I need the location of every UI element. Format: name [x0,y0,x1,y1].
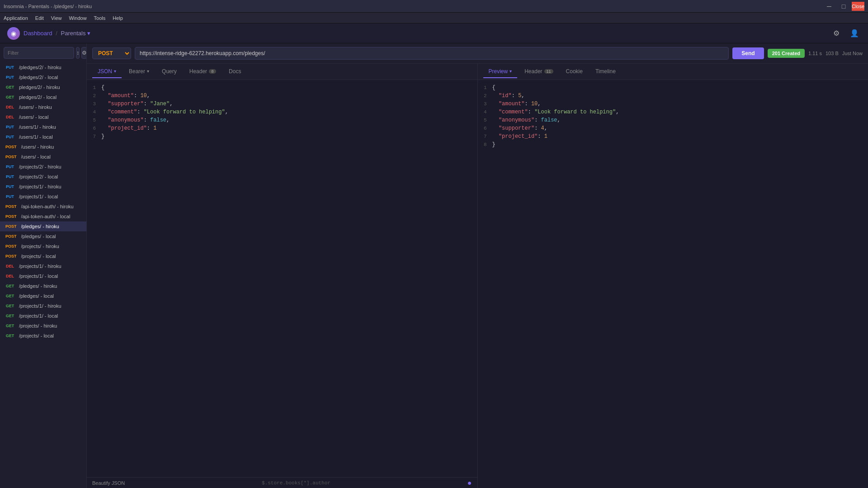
menu-tools[interactable]: Tools [94,15,106,21]
sidebar-item[interactable]: POST /projects/ - hiroku [0,241,86,251]
settings-button[interactable]: ⚙ [830,27,843,40]
sidebar-item-label: /pledges/ - local [19,293,54,299]
right-panel: POST GET PUT DELETE Send 201 Created 1.1… [87,43,868,488]
sidebar-item[interactable]: GET /projects/ - local [0,331,86,341]
jq-filter-hint: $.store.books[*].author [262,480,330,486]
filter-input[interactable] [4,47,74,59]
tab-cookie[interactable]: Cookie [561,66,588,78]
sidebar-item-label: /users/ - hiroku [21,144,54,150]
method-badge: GET [4,333,16,338]
method-badge: PUT [4,65,16,70]
menu-view[interactable]: View [51,15,62,21]
breadcrumb-chevron[interactable]: ▾ [87,30,90,37]
url-input[interactable] [135,47,729,60]
sidebar-item[interactable]: POST /api-token-auth/ - local [0,211,86,221]
resp-line-6: 6 "supporter": 4, [478,124,868,132]
beautify-button[interactable]: Beautify JSON [92,480,125,486]
response-tabs: Preview ▾ Header 11 Cookie Timeline [478,64,868,80]
maximize-button[interactable]: □ [837,2,850,11]
resp-line-8: 8 } [478,141,868,149]
app-header: ◉ Dashboard / Parentals ▾ ⚙ 👤 [0,23,868,43]
minimize-button[interactable]: ─ [823,2,835,11]
resp-line-2: 2 "id": 5, [478,92,868,100]
sidebar-item[interactable]: DEL /users/ - hiroku [0,102,86,112]
method-badge: PUT [4,164,16,169]
response-time: 1.11 s [808,51,822,56]
sidebar-item-label: /pledges/2/ - local [19,75,58,80]
sidebar-item[interactable]: DEL /projects/1/ - hiroku [0,261,86,271]
sidebar-item[interactable]: GET /projects/1/ - hiroku [0,301,86,311]
menu-window[interactable]: Window [69,15,86,21]
dashboard-link[interactable]: Dashboard [24,30,52,37]
request-tabs: JSON ▾ Bearer ▾ Query Header 8 [87,64,477,80]
menu-help[interactable]: Help [113,15,123,21]
content-area: JSON ▾ Bearer ▾ Query Header 8 [87,64,868,488]
menu-edit[interactable]: Edit [35,15,44,21]
method-badge: GET [4,323,16,328]
tab-json[interactable]: JSON ▾ [92,66,122,78]
request-body-editor[interactable]: 1 { 2 "amount": 10, 3 "supporter": "Jane… [87,80,477,477]
sidebar-item[interactable]: GET /pledges/ - hiroku [0,281,86,291]
sidebar-item-label: /users/ - local [19,114,48,120]
sidebar-item-label: /projects/1/ - local [19,273,58,279]
tab-bearer[interactable]: Bearer ▾ [123,66,155,78]
sidebar-item-label: /pledges/2/ - hiroku [19,65,61,70]
filter-options-button[interactable]: ⚙ [81,47,87,59]
logo-char: ◉ [11,30,16,37]
sidebar-item[interactable]: DEL /projects/1/ - local [0,271,86,281]
resp-line-7: 7 "project_id": 1 [478,132,868,141]
sidebar-item[interactable]: PUT /users/1/ - hiroku [0,122,86,132]
tab-docs[interactable]: Docs [223,66,246,78]
sidebar-item[interactable]: PUT /projects/2/ - local [0,172,86,182]
response-body-viewer: 1 { 2 "id": 5, 3 "amount": 10, 4 "commen… [478,80,868,488]
sidebar-item-label: /api-token-auth/ - local [21,214,71,219]
timestamp: Just Now [842,51,863,56]
sidebar-item[interactable]: POST /pledges/ - hiroku [0,221,86,231]
sidebar-item[interactable]: GET pledges/2/ - hiroku [0,82,86,92]
sidebar-item-label: /projects/ - local [19,333,54,338]
tab-header[interactable]: Header 8 [184,66,222,78]
code-line-6: 6 "project_id": 1 [87,124,477,132]
user-button[interactable]: 👤 [848,27,861,40]
send-button[interactable]: Send [732,47,764,59]
tab-preview[interactable]: Preview ▾ [483,66,518,78]
tab-timeline[interactable]: Timeline [590,66,621,78]
code-line-2: 2 "amount": 10, [87,92,477,100]
sidebar-item-label: /projects/2/ - local [19,174,58,179]
sidebar-item[interactable]: PUT /pledges/2/ - local [0,72,86,82]
sidebar-item[interactable]: GET /projects/ - hiroku [0,321,86,331]
menu-application[interactable]: Application [4,15,28,21]
menu-bar: Application Edit View Window Tools Help [0,13,868,23]
breadcrumb-separator: / [56,30,57,37]
sidebar-item[interactable]: DEL /users/ - local [0,112,86,122]
sidebar-item-label: /users/1/ - hiroku [19,124,56,130]
sidebar-item[interactable]: POST /users/ - local [0,152,86,162]
sidebar-item[interactable]: POST /projects/ - local [0,251,86,261]
method-badge: GET [4,283,16,289]
filter-sort-button[interactable]: ↕ [76,47,80,59]
sidebar-item[interactable]: POST /users/ - hiroku [0,142,86,152]
tab-response-header[interactable]: Header 11 [519,66,558,78]
sidebar-item[interactable]: POST /pledges/ - local [0,231,86,241]
close-button[interactable]: Close [852,2,864,11]
method-badge: POST [4,234,19,239]
method-select[interactable]: POST GET PUT DELETE [92,47,131,59]
sidebar-item[interactable]: GET /projects/1/ - local [0,311,86,321]
sidebar-item-label: /api-token-auth/ - hiroku [21,204,74,209]
resp-line-4: 4 "comment": "Look forward to helping", [478,108,868,116]
sidebar-item[interactable]: PUT /pledges/2/ - hiroku [0,62,86,72]
response-panel: Preview ▾ Header 11 Cookie Timeline [478,64,868,488]
sidebar-item[interactable]: GET /pledges/ - local [0,291,86,301]
collection-name[interactable]: Parentals [61,30,85,37]
sidebar-item[interactable]: PUT /projects/1/ - hiroku [0,182,86,192]
tab-query[interactable]: Query [156,66,182,78]
sidebar-item[interactable]: PUT /projects/2/ - hiroku [0,162,86,172]
method-badge: GET [4,94,16,100]
method-badge: POST [4,154,19,160]
sidebar-item[interactable]: PUT /projects/1/ - local [0,192,86,202]
sidebar-item[interactable]: PUT /users/1/ - local [0,132,86,142]
title-bar: Insomnia - Parentals - /pledges/ - hirok… [0,0,868,13]
sidebar-item[interactable]: GET pledges/2/ - local [0,92,86,102]
sidebar-item[interactable]: POST /api-token-auth/ - hiroku [0,202,86,211]
json-tab-chevron: ▾ [114,69,116,74]
